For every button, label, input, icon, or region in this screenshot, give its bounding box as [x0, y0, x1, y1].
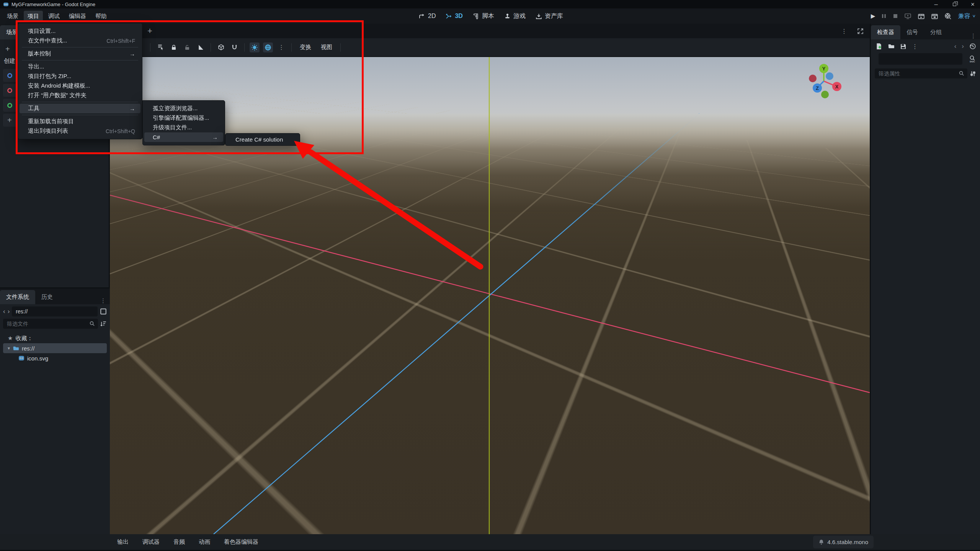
- open-docs-search-icon[interactable]: DOC: [969, 55, 976, 63]
- csharp-submenu-popup: Create C# solution: [225, 133, 300, 146]
- workspace-switcher: 2D 3D 脚本 游戏 资产库: [419, 8, 563, 24]
- path-bar[interactable]: res://: [12, 306, 98, 316]
- play-button[interactable]: ▶: [871, 13, 875, 20]
- restore-icon: [953, 3, 956, 6]
- tab-assetlib[interactable]: 资产库: [536, 12, 563, 20]
- transform-menu[interactable]: 变换: [297, 44, 314, 51]
- menu-separator: [22, 115, 138, 115]
- tab-history[interactable]: 历史: [35, 290, 59, 304]
- preview-environment-icon[interactable]: [263, 42, 273, 52]
- menu-item-pack-zip[interactable]: 项目打包为 ZIP...: [20, 72, 140, 81]
- nav-back-button[interactable]: ‹: [3, 308, 5, 315]
- filesystem-dock: 文件系统 历史 ⋮ ‹ › res://: [0, 287, 110, 534]
- movie-maker-icon[interactable]: [944, 13, 952, 20]
- tab-signals[interactable]: 信号: [900, 25, 924, 39]
- tab-game[interactable]: 游戏: [504, 12, 526, 20]
- ruler-icon[interactable]: [196, 42, 206, 52]
- tab-3d[interactable]: 3D: [446, 13, 462, 20]
- resource-name-field[interactable]: [879, 53, 962, 65]
- property-tools-icon[interactable]: [970, 70, 976, 77]
- search-icon: [959, 70, 964, 76]
- dock-options-icon[interactable]: ⋮: [100, 297, 110, 304]
- pause-button[interactable]: [881, 13, 887, 19]
- load-resource-folder-icon[interactable]: [888, 43, 895, 50]
- menu-debug[interactable]: 调试: [44, 11, 64, 22]
- gizmo-neg-x: [809, 75, 817, 82]
- minimize-button[interactable]: ─: [933, 2, 939, 7]
- filter-files-input[interactable]: [3, 319, 98, 329]
- sun-env-options-icon[interactable]: ⋮: [276, 42, 286, 52]
- menu-item-find-in-files[interactable]: 在文件中查找...Ctrl+Shift+F: [20, 36, 140, 46]
- bottom-tab-shader-editor[interactable]: 着色器编辑器: [219, 536, 264, 548]
- gizmo-neg-z: [826, 72, 833, 80]
- play-custom-scene-button[interactable]: [931, 13, 938, 20]
- save-resource-icon[interactable]: [900, 43, 906, 50]
- tab-script[interactable]: 脚本: [473, 12, 494, 20]
- inspector-dock-options-icon[interactable]: ⋮: [970, 33, 980, 39]
- filter-properties-input[interactable]: [875, 68, 967, 78]
- menu-item-engine-compilation-config[interactable]: 引擎编译配置编辑器...: [144, 113, 223, 123]
- bottom-tab-animation[interactable]: 动画: [193, 536, 216, 548]
- preview-sunlight-icon[interactable]: [250, 42, 260, 52]
- menu-item-create-csharp-solution[interactable]: Create C# solution: [227, 135, 298, 144]
- version-info[interactable]: 4.6.stable.mono: [813, 536, 874, 548]
- submenu-arrow-icon: →: [212, 134, 218, 140]
- menu-item-csharp[interactable]: C#→: [144, 132, 223, 142]
- bottom-tab-audio[interactable]: 音频: [168, 536, 190, 548]
- object-history-icon[interactable]: [969, 43, 976, 50]
- svg-text:DOC: DOC: [970, 60, 975, 63]
- new-resource-icon[interactable]: [875, 43, 882, 50]
- expand-viewport-icon[interactable]: [857, 28, 864, 34]
- menu-editor[interactable]: 编辑器: [65, 11, 90, 22]
- play-current-scene-button[interactable]: [918, 13, 925, 20]
- add-scene-tab-button[interactable]: +: [147, 26, 152, 36]
- close-button[interactable]: ✕: [969, 2, 976, 7]
- menu-item-tools[interactable]: 工具→: [20, 104, 140, 113]
- unlock-icon[interactable]: [182, 42, 192, 52]
- svg-text:X: X: [835, 84, 839, 90]
- toggle-split-mode-icon[interactable]: [100, 308, 107, 315]
- resource-options-icon[interactable]: ⋮: [912, 43, 918, 50]
- menu-item-orphan-resource-explorer[interactable]: 孤立资源浏览器...: [144, 104, 223, 113]
- renderer-selector[interactable]: 兼容 ˅: [958, 12, 975, 20]
- title-bar: MyGFrameworkGame - Godot Engine ─ ✕: [0, 0, 980, 8]
- local-space-cube-icon[interactable]: [216, 42, 226, 52]
- menu-item-install-android-template[interactable]: 安装 Android 构建模板...: [20, 81, 140, 91]
- restore-button[interactable]: [951, 2, 958, 7]
- snap-magnet-icon[interactable]: [229, 42, 239, 52]
- menu-item-upgrade-project-files[interactable]: 升级项目文件...: [144, 123, 223, 132]
- tab-filesystem[interactable]: 文件系统: [0, 290, 35, 304]
- view-menu[interactable]: 视图: [318, 44, 335, 51]
- menu-item-reload-project[interactable]: 重新加载当前项目: [20, 117, 140, 126]
- menu-project[interactable]: 项目: [24, 11, 43, 22]
- lock-icon[interactable]: [169, 42, 179, 52]
- menu-item-version-control[interactable]: 版本控制→: [20, 49, 140, 59]
- tab-groups[interactable]: 分组: [924, 25, 948, 39]
- menu-help[interactable]: 帮助: [91, 11, 111, 22]
- tab-2d[interactable]: 2D: [419, 13, 436, 20]
- tab-inspector[interactable]: 检查器: [871, 25, 900, 39]
- menu-item-project-settings[interactable]: 项目设置...: [20, 26, 140, 36]
- chevron-expand-icon[interactable]: ▾: [8, 346, 10, 351]
- bottom-tab-debugger[interactable]: 调试器: [137, 536, 165, 548]
- play-scene-button[interactable]: [904, 13, 911, 20]
- view-axis-gizmo[interactable]: Y X Z: [799, 60, 849, 100]
- scene-tab-options-icon[interactable]: ⋮: [841, 28, 847, 35]
- tree-item-icon-svg[interactable]: icon.svg: [2, 353, 108, 363]
- history-forward-button[interactable]: ›: [962, 42, 964, 50]
- search-icon: [89, 321, 95, 326]
- menu-item-export[interactable]: 导出...: [20, 62, 140, 72]
- sort-files-icon[interactable]: [100, 321, 107, 327]
- nav-forward-button[interactable]: ›: [8, 308, 10, 315]
- menu-scene[interactable]: 场景: [3, 11, 22, 22]
- bottom-tab-output[interactable]: 输出: [112, 536, 134, 548]
- menu-separator: [22, 102, 138, 102]
- gizmo-neg-y: [821, 91, 829, 98]
- menu-item-quit-to-project-list[interactable]: 退出到项目列表Ctrl+Shift+Q: [20, 126, 140, 136]
- tree-item-res-root[interactable]: ▾ res://: [3, 343, 107, 353]
- history-back-button[interactable]: ‹: [954, 42, 957, 50]
- list-select-icon[interactable]: [155, 42, 165, 52]
- svg-text:Y: Y: [822, 66, 826, 72]
- stop-button[interactable]: [893, 13, 898, 19]
- menu-item-open-user-data-folder[interactable]: 打开 “用户数据” 文件夹: [20, 91, 140, 100]
